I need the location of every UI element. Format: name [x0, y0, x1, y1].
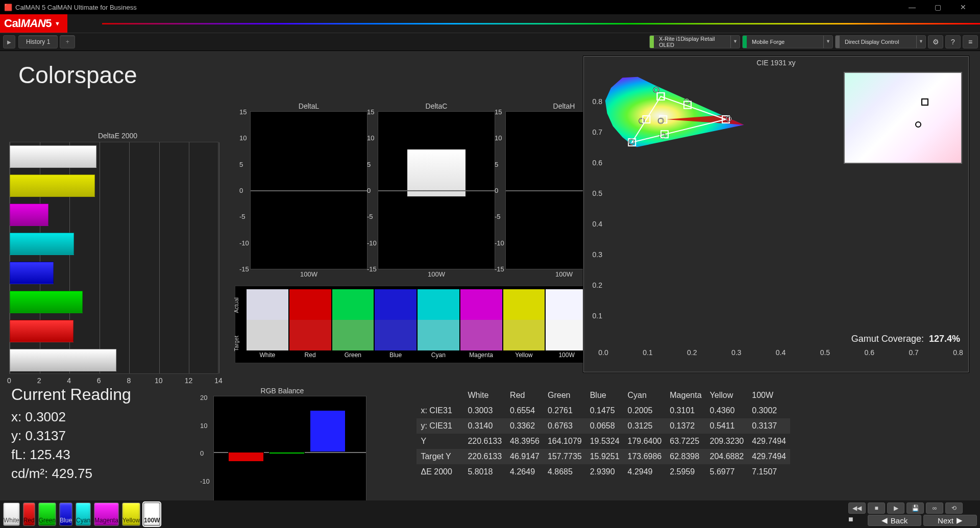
nav-play-button[interactable]: ▶	[887, 502, 904, 514]
nav-stop2-button[interactable]: ■	[848, 515, 866, 526]
cie-title: CIE 1931 xy	[584, 59, 968, 67]
color-button-100w[interactable]: 100W	[143, 502, 160, 526]
chevron-down-icon: ▼	[916, 36, 925, 48]
add-tab-button[interactable]: +	[60, 35, 75, 48]
deltae-bar-100w	[10, 349, 116, 371]
nav-save-button[interactable]: 💾	[906, 502, 924, 514]
window-titlebar: 🟥 CalMAN 5 CalMAN Ultimate for Business …	[0, 0, 980, 14]
menu-icon: ≡	[968, 38, 972, 46]
tab-history[interactable]: History 1	[18, 35, 58, 48]
rgb-bar-2	[310, 410, 346, 452]
chip-color-strip	[650, 36, 654, 48]
color-button-red[interactable]: Red	[23, 502, 35, 526]
chip-body: Mobile Forge	[747, 36, 823, 48]
color-button-label: White	[4, 517, 19, 525]
minimize-button[interactable]: —	[899, 0, 925, 14]
nav-controls: ◀◀ ■ ▶ 💾 ∞ ⟲ ■ ◀ Back Next ▶	[848, 502, 977, 526]
gear-icon: ⚙	[933, 38, 939, 46]
maximize-button[interactable]: ▢	[925, 0, 950, 14]
reading-y: y: 0.3137	[11, 428, 131, 444]
deltae-chart: DeltaE 2000 02468101214	[9, 142, 226, 397]
cie-plot	[603, 71, 756, 147]
inset-circle-marker	[915, 121, 921, 128]
main-content: Colorspace DeltaE 2000 02468101214 Delta…	[0, 51, 980, 500]
chip-body: Direct Display Control	[840, 36, 916, 48]
deltac-white-box	[407, 149, 465, 196]
logo-bar: CalMAN5 ▼	[0, 14, 980, 33]
next-button[interactable]: Next ▶	[923, 515, 977, 526]
cie-zoom-inset	[844, 72, 962, 164]
device-chip-0[interactable]: X-Rite i1Display RetailOLED ▼	[649, 35, 740, 48]
color-button-label: Green	[39, 517, 56, 525]
page-title: Colorspace	[18, 61, 137, 89]
expand-sidebar-button[interactable]: ▶	[3, 35, 15, 48]
help-icon: ?	[951, 38, 955, 46]
gamut-value: 127.4%	[929, 334, 960, 344]
device-chip-1[interactable]: Mobile Forge ▼	[742, 35, 833, 48]
toolbar: ▶ History 1 + X-Rite i1Display RetailOLE…	[0, 33, 980, 51]
color-button-cyan[interactable]: Cyan	[76, 502, 91, 526]
deltae-bar-yellow	[10, 174, 95, 197]
swatch-blue: Blue	[375, 289, 416, 360]
close-button[interactable]: ✕	[950, 0, 976, 14]
rgb-bar-1	[269, 452, 305, 454]
deltae-bar-white	[10, 145, 96, 168]
color-button-white[interactable]: White	[3, 502, 20, 526]
deltae-bar-blue	[10, 262, 54, 284]
nav-prev-section-button[interactable]: ◀◀	[848, 502, 866, 514]
rgb-bar-0	[228, 452, 264, 462]
nav-link-button[interactable]: ∞	[926, 502, 943, 514]
inset-square-marker	[921, 98, 928, 106]
nav-refresh-button[interactable]: ⟲	[945, 502, 963, 514]
chevron-down-icon: ▼	[823, 36, 832, 48]
device-chip-2[interactable]: Direct Display Control ▼	[835, 35, 926, 48]
footer: WhiteRedGreenBlueCyanMagentaYellow100W ◀…	[0, 500, 980, 528]
swatch-red: Red	[289, 289, 331, 360]
reading-cdm2: cd/m²: 429.75	[11, 466, 131, 482]
chip-color-strip	[743, 36, 747, 48]
cie-panel: CIE 1931 xy 0.00.10.20.30.40.50.60.70.8 …	[583, 56, 969, 372]
deltae-bar-green	[10, 291, 83, 313]
color-button-label: Cyan	[76, 517, 90, 525]
logo-text: CalMAN5	[4, 17, 52, 30]
color-button-green[interactable]: Green	[38, 502, 56, 526]
color-button-magenta[interactable]: Magenta	[94, 502, 119, 526]
reading-x: x: 0.3002	[11, 409, 131, 425]
deltae-bar-magenta	[10, 204, 48, 226]
color-button-blue[interactable]: Blue	[59, 502, 72, 526]
settings-button[interactable]: ⚙	[928, 35, 943, 48]
window-title: CalMAN 5 CalMAN Ultimate for Business	[15, 4, 137, 11]
help-button[interactable]: ?	[945, 35, 961, 48]
swatch-100w: 100W	[546, 289, 587, 360]
chevron-down-icon: ▼	[55, 20, 60, 27]
rainbow-divider	[102, 23, 980, 24]
logo-dropdown[interactable]: CalMAN5 ▼	[0, 14, 67, 33]
swatch-strip: Actual Target WhiteRedGreenBlueCyanMagen…	[235, 286, 592, 363]
rgb-balance-chart: RGB Balance 20100-10-20 100W	[198, 387, 366, 516]
color-button-label: 100W	[144, 517, 160, 525]
swatch-green: Green	[332, 289, 374, 360]
current-reading: Current Reading x: 0.3002 y: 0.3137 fL: …	[11, 385, 131, 485]
color-button-label: Red	[23, 517, 35, 525]
color-button-label: Yellow	[122, 517, 140, 525]
back-button[interactable]: ◀ Back	[868, 515, 921, 526]
readings-title: Current Reading	[11, 385, 131, 404]
app-icon: 🟥	[4, 4, 12, 11]
measurements-table: WhiteRedGreenBlueCyanMagentaYellow100Wx:…	[377, 388, 790, 480]
swatch-white: White	[247, 289, 288, 360]
swatch-yellow: Yellow	[503, 289, 545, 360]
color-button-yellow[interactable]: Yellow	[122, 502, 140, 526]
swatch-cyan: Cyan	[418, 289, 459, 360]
swatch-magenta: Magenta	[460, 289, 502, 360]
chart-deltac: DeltaC151050-5-10-15 100W	[378, 102, 495, 278]
color-button-label: Magenta	[94, 517, 118, 525]
chart-deltal: DeltaL151050-5-10-15 100W	[250, 102, 368, 278]
gamut-coverage: Gamut Coverage: 127.4%	[851, 334, 960, 344]
chip-body: X-Rite i1Display RetailOLED	[654, 36, 730, 48]
deltae-bar-cyan	[10, 233, 74, 255]
chevron-down-icon: ▼	[730, 36, 740, 48]
swatch-row-labels: Actual Target	[233, 286, 242, 363]
nav-stop-button[interactable]: ■	[868, 502, 885, 514]
menu-button[interactable]: ≡	[963, 35, 978, 48]
color-button-label: Blue	[60, 517, 72, 525]
